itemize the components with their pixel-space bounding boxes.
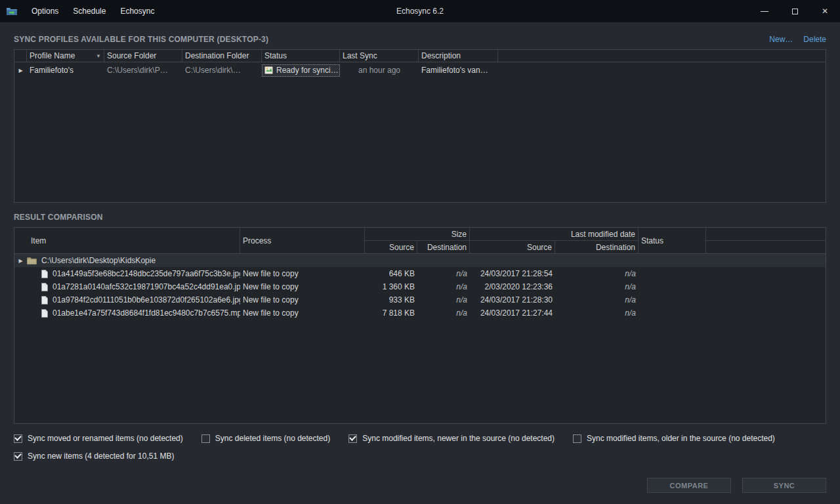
file-icon <box>41 309 48 318</box>
profile-name-value: Familiefoto's <box>27 66 104 75</box>
minimize-icon[interactable]: — <box>749 0 780 22</box>
column-source-folder[interactable]: Source Folder <box>104 50 182 62</box>
table-row[interactable]: 01a7281a0140afc532c19871907bc4a52c4dd91e… <box>14 280 826 293</box>
destination-folder-value: C:\Users\dirk\… <box>182 66 262 75</box>
lm-source-value: 24/03/2017 21:28:54 <box>470 269 555 278</box>
size-destination-value: n/a <box>417 269 470 278</box>
option-label: Sync new items (4 detected for 10,51 MB) <box>28 452 174 461</box>
file-icon <box>41 296 48 304</box>
profile-row[interactable]: ▶ Familiefoto's C:\Users\dirk\P… C:\User… <box>14 64 826 77</box>
menubar: Options Schedule Echosync <box>24 0 161 22</box>
option-sync-modified-newer[interactable]: Sync modified items, newer in the source… <box>348 434 555 443</box>
profiles-table: Profile Name ▼ Source Folder Destination… <box>14 49 826 203</box>
option-sync-modified-older[interactable]: Sync modified items, older in the source… <box>573 434 775 443</box>
table-row[interactable]: 01a9784f2cd0111051b0b6e103872d0f265102a6… <box>14 293 826 306</box>
sync-button[interactable]: SYNC <box>742 478 826 493</box>
checkbox[interactable] <box>348 434 357 443</box>
process-value: New file to copy <box>240 282 365 291</box>
checkbox[interactable] <box>14 434 22 443</box>
option-label: Sync deleted items (no detected) <box>215 434 330 443</box>
sync-status-icon <box>264 66 273 74</box>
last-sync-value: an hour ago <box>340 66 419 75</box>
menu-echosync[interactable]: Echosync <box>113 0 161 22</box>
size-destination-value: n/a <box>417 282 470 291</box>
lm-destination-value: n/a <box>555 282 639 291</box>
lm-destination-value: n/a <box>555 308 639 318</box>
file-icon <box>41 270 48 278</box>
table-row[interactable]: 01a4149a5f3e68bc2148dbc235de797aa6f75c3b… <box>14 267 826 280</box>
size-source-value: 933 KB <box>365 295 417 304</box>
file-name: 01a7281a0140afc532c19871907bc4a52c4dd91e… <box>52 282 240 291</box>
profiles-table-header: Profile Name ▼ Source Folder Destination… <box>14 50 826 62</box>
option-label: Sync modified items, older in the source… <box>587 434 775 443</box>
file-icon <box>41 283 48 291</box>
size-source-value: 1 360 KB <box>365 282 417 291</box>
column-status[interactable]: Status <box>262 50 340 62</box>
column-description[interactable]: Description <box>419 50 498 62</box>
filter-dropdown-icon[interactable]: ▼ <box>93 53 101 59</box>
column-last-modified-group[interactable]: Last modified date <box>470 228 639 241</box>
app-icon <box>6 6 18 16</box>
process-value: New file to copy <box>240 295 365 304</box>
delete-profile-link[interactable]: Delete <box>803 35 826 44</box>
source-folder-value: C:\Users\dirk\P… <box>104 66 182 75</box>
folder-expand-icon[interactable]: ▶ <box>14 258 27 264</box>
file-name: 01a4149a5f3e68bc2148dbc235de797aa6f75c3b… <box>52 269 240 278</box>
column-filler-top <box>706 228 826 241</box>
profiles-section-title: SYNC PROFILES AVAILABLE FOR THIS COMPUTE… <box>14 35 268 44</box>
row-expand-icon[interactable]: ▶ <box>14 68 27 74</box>
lm-source-value: 2/03/2020 12:23:36 <box>470 282 555 291</box>
folder-row[interactable]: ▶ C:\Users\dirk\Desktop\KidsKopie <box>14 254 826 267</box>
titlebar: Options Schedule Echosync Echosync 6.2 —… <box>0 0 840 22</box>
size-source-value: 7 818 KB <box>365 308 417 318</box>
new-profile-link[interactable]: New… <box>769 35 793 44</box>
lm-source-value: 24/03/2017 21:27:44 <box>470 308 555 318</box>
window-controls: — ✕ <box>749 0 840 22</box>
column-last-sync[interactable]: Last Sync <box>340 50 419 62</box>
folder-path: C:\Users\dirk\Desktop\KidsKopie <box>41 256 156 265</box>
file-name: 01abe1e47a75f743d8684f1fd81ec9480c7b7c65… <box>52 308 240 318</box>
column-filler <box>498 50 826 62</box>
comparison-section-title: RESULT COMPARISON <box>14 213 826 222</box>
lm-destination-value: n/a <box>555 295 639 304</box>
column-lm-source[interactable]: Source <box>470 241 555 253</box>
menu-schedule[interactable]: Schedule <box>66 0 113 22</box>
option-sync-new-items[interactable]: Sync new items (4 detected for 10,51 MB) <box>14 452 174 461</box>
lm-destination-value: n/a <box>555 269 639 278</box>
compare-button[interactable]: COMPARE <box>647 478 731 493</box>
table-row[interactable]: 01abe1e47a75f743d8684f1fd81ec9480c7b7c65… <box>14 306 826 320</box>
column-status[interactable]: Status <box>639 228 706 253</box>
header-spacer <box>14 50 27 62</box>
menu-options[interactable]: Options <box>24 0 66 22</box>
option-label: Sync moved or renamed items (no detected… <box>28 434 183 443</box>
option-sync-moved[interactable]: Sync moved or renamed items (no detected… <box>14 434 183 443</box>
process-value: New file to copy <box>240 269 365 278</box>
checkbox[interactable] <box>14 452 22 461</box>
column-lm-destination[interactable]: Destination <box>555 241 639 253</box>
column-size-source[interactable]: Source <box>365 241 417 253</box>
checkbox[interactable] <box>573 434 581 443</box>
action-buttons: COMPARE SYNC <box>647 478 826 493</box>
size-destination-value: n/a <box>417 308 470 318</box>
file-name: 01a9784f2cd0111051b0b6e103872d0f265102a6… <box>52 295 240 304</box>
column-profile-name[interactable]: Profile Name ▼ <box>27 50 104 62</box>
folder-icon <box>27 257 37 264</box>
option-sync-deleted[interactable]: Sync deleted items (no detected) <box>201 434 330 443</box>
status-value: Ready for synci… <box>276 66 339 75</box>
column-size-group[interactable]: Size <box>365 228 470 241</box>
size-destination-value: n/a <box>417 295 470 304</box>
status-cell[interactable]: Ready for synci… <box>262 64 340 77</box>
close-icon[interactable]: ✕ <box>810 0 840 22</box>
maximize-icon[interactable] <box>780 0 810 22</box>
column-destination-folder[interactable]: Destination Folder <box>182 50 262 62</box>
checkbox[interactable] <box>201 434 210 443</box>
column-item[interactable]: Item <box>14 228 240 253</box>
option-label: Sync modified items, newer in the source… <box>362 434 555 443</box>
column-size-destination[interactable]: Destination <box>417 241 470 253</box>
comparison-table: Item Process Size Last modified date Sta… <box>14 227 826 424</box>
column-process[interactable]: Process <box>240 228 365 253</box>
column-filler-bottom <box>706 241 826 253</box>
comparison-table-header: Item Process Size Last modified date Sta… <box>14 228 826 254</box>
lm-source-value: 24/03/2017 21:28:30 <box>470 295 555 304</box>
column-profile-name-label: Profile Name <box>30 51 75 60</box>
